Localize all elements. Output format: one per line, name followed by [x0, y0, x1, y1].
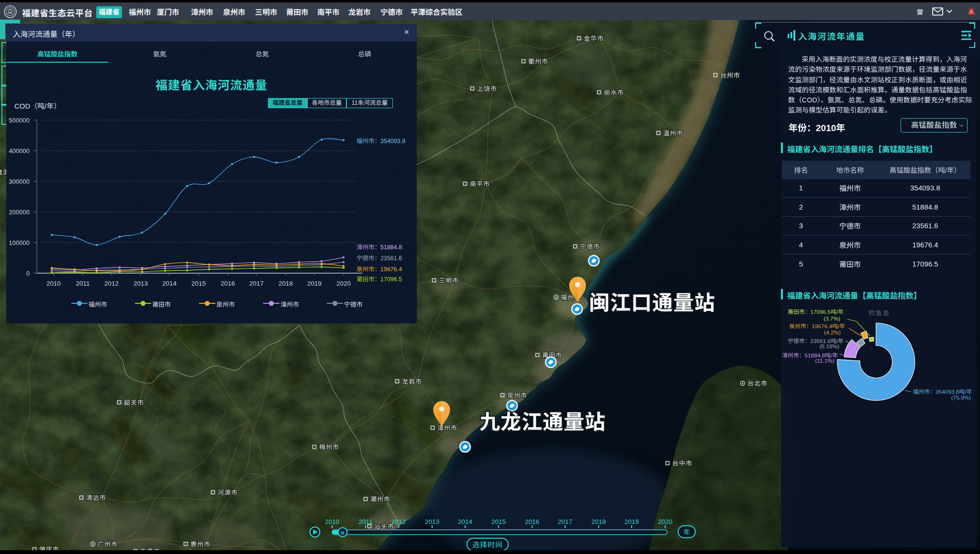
- svg-text:500000: 500000: [9, 117, 30, 124]
- svg-text:2016: 2016: [221, 280, 235, 287]
- svg-text:台中市: 台中市: [672, 460, 692, 467]
- svg-text:2014: 2014: [162, 280, 177, 287]
- svg-text:温州市: 温州市: [663, 130, 683, 137]
- svg-text:2011: 2011: [76, 280, 89, 287]
- svg-text:九龙江通量站: 九龙江通量站: [479, 410, 606, 433]
- svg-text:台北市: 台北市: [747, 380, 768, 387]
- svg-text:2018: 2018: [278, 280, 293, 287]
- svg-text:400000: 400000: [9, 147, 30, 155]
- svg-text:南平市: 南平市: [470, 180, 490, 188]
- svg-text:韶关市: 韶关市: [124, 399, 144, 406]
- svg-text:300000: 300000: [9, 178, 30, 185]
- svg-text:衢州市: 衢州市: [528, 58, 548, 65]
- svg-text:200000: 200000: [9, 209, 30, 216]
- svg-text:漳州市: 漳州市: [437, 424, 457, 432]
- svg-text:2020: 2020: [336, 280, 351, 287]
- svg-text:2015: 2015: [191, 280, 206, 287]
- svg-text:广州市: 广州市: [98, 541, 118, 548]
- svg-text:丽水市: 丽水市: [604, 89, 624, 96]
- svg-text:河源市: 河源市: [218, 489, 238, 496]
- svg-text:泉州市: 泉州市: [507, 392, 527, 399]
- svg-text:2010: 2010: [46, 280, 61, 287]
- svg-text:100000: 100000: [9, 239, 30, 246]
- svg-text:宁德市: 宁德市: [580, 243, 600, 250]
- svg-text:2012: 2012: [104, 280, 119, 287]
- svg-text:0: 0: [26, 270, 30, 277]
- svg-text:惠州市: 惠州市: [190, 541, 211, 548]
- svg-text:2013: 2013: [134, 280, 148, 287]
- svg-text:清远市: 清远市: [86, 494, 106, 501]
- svg-text:2019: 2019: [307, 280, 322, 287]
- svg-text:上饶市: 上饶市: [477, 85, 497, 92]
- svg-text:龙岩市: 龙岩市: [402, 378, 422, 385]
- svg-text:潮州市: 潮州市: [370, 496, 390, 503]
- svg-text:2017: 2017: [249, 280, 264, 287]
- svg-text:闽江口通量站: 闽江口通量站: [589, 291, 715, 314]
- svg-text:梅州市: 梅州市: [319, 443, 339, 451]
- svg-text:金华市: 金华市: [584, 35, 604, 42]
- svg-text:三明市: 三明市: [439, 277, 459, 284]
- svg-text:台州市: 台州市: [720, 72, 740, 79]
- svg-text:汕头市: 汕头市: [374, 523, 394, 530]
